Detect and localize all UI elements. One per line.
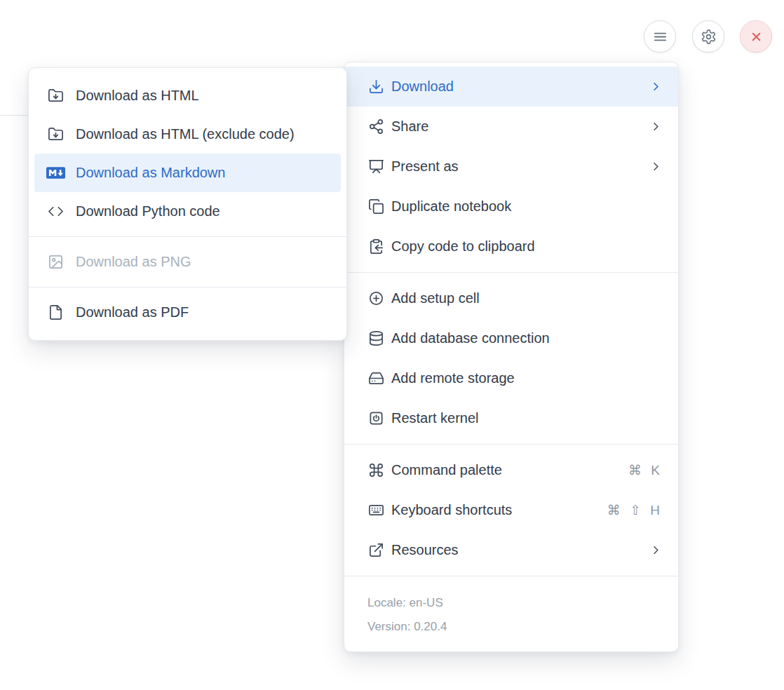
notebook-actions-menu: Download Share Present as Duplicate note… [344, 62, 679, 652]
folder-download-icon [46, 126, 65, 143]
menu-item-copy-code[interactable]: Copy code to clipboard [344, 226, 678, 266]
keyboard-shortcut: ⌘ K [628, 462, 663, 478]
menu-item-download-as-html[interactable]: Download as HTML [29, 76, 346, 115]
menu-item-download-python-code[interactable]: Download Python code [29, 192, 346, 231]
menu-item-label: Download as PDF [76, 304, 332, 320]
menu-item-download-as-pdf[interactable]: Download as PDF [29, 293, 346, 332]
file-icon [46, 304, 65, 321]
keyboard-icon [367, 502, 384, 519]
image-icon [46, 254, 65, 271]
chevron-right-icon [649, 120, 663, 133]
menu-footer: Locale: en-US Version: 0.20.4 [344, 582, 678, 651]
share-icon [367, 119, 384, 135]
menu-item-download-as-markdown[interactable]: Download as Markdown [34, 154, 341, 192]
menu-item-add-setup-cell[interactable]: Add setup cell [344, 278, 678, 318]
close-button[interactable] [740, 20, 772, 53]
page-edge-divider [0, 115, 28, 116]
menu-item-share[interactable]: Share [344, 107, 678, 147]
keyboard-shortcut: ⌘ ⇧ H [607, 502, 663, 518]
menu-item-label: Download [391, 79, 649, 95]
chevron-right-icon [649, 543, 663, 557]
menu-item-present-as[interactable]: Present as [344, 147, 678, 187]
version-text: Version: 0.20.4 [367, 615, 655, 639]
hamburger-menu-icon [652, 29, 668, 45]
chevron-right-icon [649, 160, 663, 173]
menu-item-resources[interactable]: Resources [344, 530, 678, 570]
menu-item-label: Download as Markdown [76, 165, 332, 181]
notebook-menu-button[interactable] [644, 20, 676, 53]
menu-item-label: Download as HTML (exclude code) [76, 126, 332, 142]
power-icon [367, 410, 384, 427]
code-icon [46, 203, 65, 220]
menu-item-label: Resources [391, 542, 649, 558]
gear-icon [701, 29, 717, 45]
menu-item-label: Add remote storage [391, 370, 663, 386]
menu-item-label: Command palette [391, 462, 628, 478]
database-icon [367, 330, 384, 347]
menu-item-label: Add database connection [391, 330, 663, 346]
markdown-icon [46, 165, 65, 182]
hard-drive-icon [367, 370, 384, 387]
settings-button[interactable] [692, 20, 724, 53]
menu-separator [344, 272, 678, 273]
menu-item-label: Restart kernel [391, 410, 663, 426]
command-icon [367, 462, 384, 479]
folder-download-icon [46, 88, 65, 104]
duplicate-icon [367, 198, 384, 215]
menu-item-label: Copy code to clipboard [391, 238, 663, 255]
plus-circle-icon [367, 290, 384, 307]
menu-separator [29, 236, 346, 237]
menu-item-label: Download Python code [76, 203, 332, 219]
menu-item-label: Add setup cell [391, 290, 663, 306]
menu-item-label: Present as [391, 158, 649, 175]
menu-item-download-as-png[interactable]: Download as PNG [29, 243, 346, 281]
close-icon [748, 29, 764, 45]
presentation-icon [367, 158, 384, 175]
menu-item-restart-kernel[interactable]: Restart kernel [344, 398, 678, 438]
menu-item-label: Duplicate notebook [391, 198, 663, 215]
clipboard-copy-icon [367, 238, 384, 255]
menu-item-download[interactable]: Download [344, 67, 678, 107]
menu-separator [344, 444, 678, 445]
menu-item-add-database-connection[interactable]: Add database connection [344, 318, 678, 358]
menu-separator [29, 287, 346, 288]
download-icon [367, 79, 384, 95]
locale-text: Locale: en-US [367, 591, 655, 615]
external-link-icon [367, 542, 384, 559]
menu-item-label: Download as PNG [76, 254, 332, 270]
menu-item-add-remote-storage[interactable]: Add remote storage [344, 358, 678, 398]
menu-item-duplicate-notebook[interactable]: Duplicate notebook [344, 187, 678, 226]
menu-separator [344, 576, 678, 576]
menu-item-label: Share [391, 119, 649, 135]
menu-item-label: Download as HTML [76, 88, 332, 104]
menu-item-download-as-html-exclude-code[interactable]: Download as HTML (exclude code) [29, 115, 346, 154]
chevron-right-icon [649, 80, 663, 93]
download-submenu: Download as HTML Download as HTML (exclu… [28, 67, 347, 341]
menu-item-label: Keyboard shortcuts [391, 502, 607, 518]
menu-item-keyboard-shortcuts[interactable]: Keyboard shortcuts ⌘ ⇧ H [344, 490, 678, 530]
menu-item-command-palette[interactable]: Command palette ⌘ K [344, 450, 678, 490]
